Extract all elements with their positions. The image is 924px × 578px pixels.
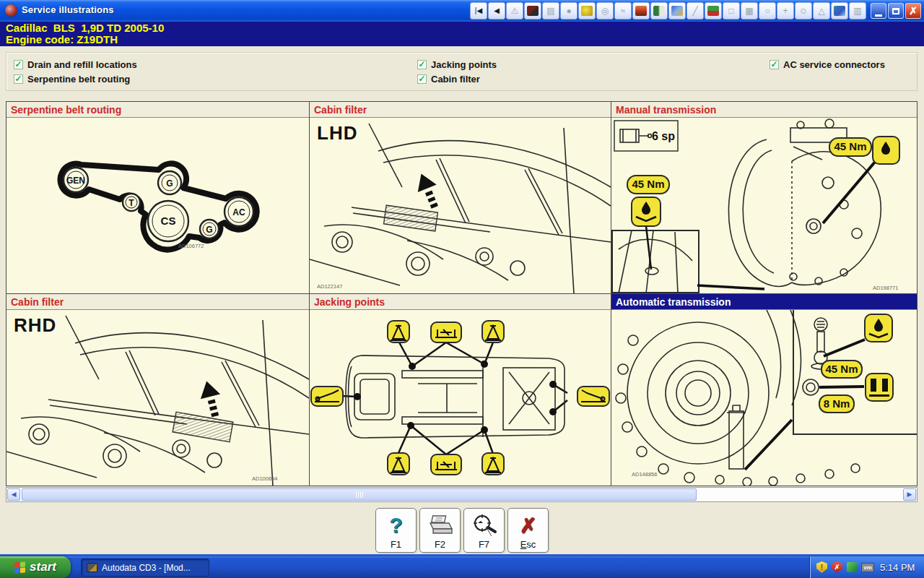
vm-tools-icon[interactable]: vm — [861, 563, 874, 572]
scroll-left-button[interactable]: ◀ — [7, 488, 20, 501]
ac-connectors-checkbox[interactable]: ✓ — [770, 60, 779, 69]
steering-variant-label: RHD — [14, 314, 56, 337]
panel-title-cabin-lhd[interactable]: Cabin filter — [310, 102, 611, 118]
panel-jacking-points: Jacking points — [309, 293, 611, 486]
system-tray: ! ✗ vm 5:14 PM — [810, 556, 924, 578]
toolbar-icon-belt-routing[interactable]: ≈ — [614, 2, 632, 20]
toolbar-icon-driver[interactable]: ☺ — [795, 2, 812, 20]
minimize-button[interactable] — [871, 3, 886, 19]
svg-text:GEN: GEN — [66, 176, 85, 186]
gearbox-icon — [707, 6, 719, 16]
roof-rack-icon: ▥ — [853, 7, 861, 15]
driver-icon: ☺ — [799, 7, 808, 15]
service-wrench-icon: + — [783, 7, 788, 15]
close-button[interactable]: ✗ — [905, 3, 921, 19]
panel-title-automatic[interactable]: Automatic transmission — [611, 294, 917, 310]
illustration-grid: Serpentine belt routing GEN G T C — [6, 101, 918, 486]
svg-text:45 Nm: 45 Nm — [834, 140, 866, 152]
toolbar-icon-hazard[interactable]: △ — [813, 2, 830, 20]
restore-icon — [892, 8, 899, 14]
illustration-ref: AD148856 — [632, 471, 657, 478]
toolbar-icon-warning[interactable]: ⚠ — [506, 2, 523, 20]
engine-code: Engine code: Z19DTH — [6, 33, 118, 46]
serpentine-belt-illustration[interactable]: GEN G T CS G AC AD106772 — [6, 118, 309, 293]
automatic-transmission-illustration[interactable]: 45 Nm 8 Nm AD148856 — [611, 310, 917, 486]
diagnostics-icon: ○ — [764, 7, 770, 15]
airbag-icon: ● — [566, 7, 571, 15]
taskbar-task-autodata[interactable]: Autodata CD3 - [Mod... — [81, 558, 209, 577]
windows-logo-icon — [14, 561, 25, 573]
toolbar-icon-wheels[interactable]: ◎ — [596, 2, 614, 20]
exit-cross-icon: ✗ — [520, 514, 536, 538]
panel-serpentine-belt: Serpentine belt routing GEN G T C — [6, 101, 310, 294]
panel-title-jacking[interactable]: Jacking points — [310, 294, 611, 310]
jacking-checkbox[interactable]: ✓ — [417, 60, 427, 69]
start-button[interactable]: start — [0, 556, 71, 578]
scroll-left-icon: ◀ — [12, 491, 17, 498]
toolbox-icon: ▦ — [745, 7, 753, 15]
help-button[interactable]: ? F1 — [375, 508, 417, 553]
belt-routing-icon: ≈ — [621, 7, 626, 15]
axle-stand-badges — [388, 321, 504, 475]
svg-text:AC: AC — [232, 207, 245, 217]
serpentine-checkbox[interactable]: ✓ — [14, 74, 23, 84]
autodata-app-icon — [87, 563, 97, 572]
toolbar-icon-roof-rack[interactable]: ▥ — [849, 2, 866, 20]
zoom-button[interactable]: F7 — [463, 508, 505, 553]
drain-refill-checkbox[interactable]: ✓ — [14, 60, 23, 69]
filter-ac: ✓ AC service connectors — [770, 59, 885, 70]
print-button[interactable]: F2 — [419, 508, 461, 553]
toolbar-icon-toolbox[interactable]: ▦ — [741, 2, 758, 20]
toolbar-icon-lamps[interactable] — [524, 2, 541, 20]
brush-icon: ╱ — [692, 7, 697, 15]
network-agent-icon[interactable] — [847, 562, 857, 572]
illustration-ref: AD122147 — [317, 283, 342, 290]
toolbar-icon-engine-oil[interactable] — [578, 2, 596, 20]
svg-text:T: T — [128, 198, 134, 208]
seal-tool-badge — [866, 374, 893, 401]
toolbar-icon-gearbox[interactable] — [705, 2, 722, 20]
filter-serpentine: ✓ Serpentine belt routing — [14, 74, 130, 85]
gear-count-label: 6 sp — [652, 130, 675, 142]
engine-oil-icon — [581, 6, 593, 16]
antivirus-alert-icon[interactable]: ✗ — [832, 561, 842, 573]
toolbar-icon-documents[interactable]: □ — [723, 2, 740, 20]
steering-variant-label: LHD — [317, 122, 357, 144]
panel-manual-transmission: Manual transmission — [611, 101, 918, 294]
application-window: Service illustrations |◀ ◀ ⚠ ▤ ● ◎ ≈ ╱ □… — [0, 0, 924, 578]
toolbar-icon-first-page[interactable]: |◀ — [470, 2, 487, 20]
first-page-icon: |◀ — [475, 7, 482, 14]
security-warning-icon[interactable]: ! — [816, 561, 827, 573]
scrollbar-thumb[interactable] — [22, 488, 697, 501]
cabin-filter-checkbox[interactable]: ✓ — [417, 74, 427, 84]
panel-title-serpentine[interactable]: Serpentine belt routing — [6, 102, 309, 118]
window-controls: ✗ — [871, 3, 921, 19]
toolbar-icon-diagnostics[interactable]: ○ — [759, 2, 776, 20]
toolbar-icon-tools[interactable]: ▤ — [542, 2, 559, 20]
toolbar-icon-radiator[interactable] — [650, 2, 668, 20]
toolbar-icon-back[interactable]: ◀ — [488, 2, 505, 20]
toolbar-icon-brush[interactable]: ╱ — [687, 2, 704, 20]
panel-title-cabin-rhd[interactable]: Cabin filter — [6, 294, 309, 310]
toolbar-icon-service[interactable]: + — [777, 2, 794, 20]
scroll-right-button[interactable]: ▶ — [903, 488, 916, 501]
vehicle-header: Cadillac BLS 1,9D TD 2005-10Engine code:… — [0, 22, 924, 46]
toolbar-icon-vehicle-lift[interactable] — [668, 2, 686, 20]
restore-button[interactable] — [888, 3, 904, 19]
location-arrow — [197, 379, 225, 418]
manual-transmission-illustration[interactable]: 6 sp 45 Nm 45 Nm AD198771 — [611, 118, 917, 293]
taskbar: start Autodata CD3 - [Mod... ! ✗ vm 5:14… — [0, 556, 924, 578]
scroll-right-icon: ▶ — [907, 491, 912, 498]
panel-cabin-filter-rhd: Cabin filter — [6, 293, 310, 486]
engine-parts-icon — [834, 6, 845, 16]
jacking-points-illustration[interactable] — [310, 310, 611, 486]
illustration-ref: AD100694 — [252, 475, 277, 482]
horizontal-scrollbar[interactable]: ◀ ▶ — [6, 487, 918, 502]
toolbar-icon-airbag[interactable]: ● — [560, 2, 578, 20]
toolbar-icon-paint-codes[interactable] — [632, 2, 650, 20]
filter-cabin: ✓ Cabin filter — [417, 74, 480, 85]
escape-button[interactable]: ✗ Esc — [507, 508, 549, 553]
illustration-ref: AD106772 — [178, 243, 204, 249]
panel-title-manual[interactable]: Manual transmission — [611, 102, 917, 118]
toolbar-icon-engine-parts[interactable] — [831, 2, 848, 20]
